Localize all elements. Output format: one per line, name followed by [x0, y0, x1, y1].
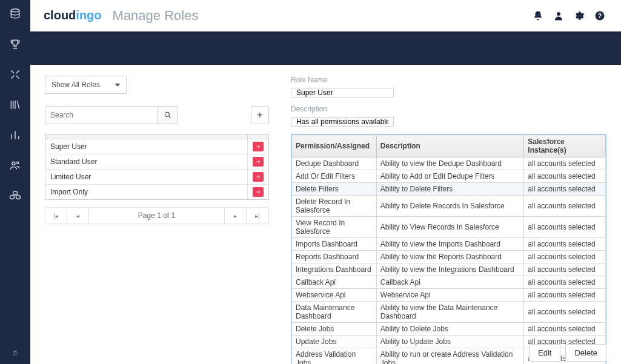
perm-inst-cell: all accounts selected: [524, 289, 606, 302]
edit-button[interactable]: Edit: [529, 344, 560, 362]
left-nav: ©: [0, 0, 30, 364]
perm-name-cell: Update Jobs: [292, 336, 377, 348]
svg-point-6: [165, 112, 169, 116]
perm-name-cell: Delete Jobs: [292, 323, 377, 336]
nav-database-icon[interactable]: [8, 7, 22, 21]
user-icon[interactable]: [551, 8, 566, 24]
permission-row[interactable]: Delete Filters Ability to Delete Filters…: [292, 183, 606, 196]
logo[interactable]: cloudingo: [44, 8, 102, 22]
perm-desc-cell: Ability to view the Data Maintenance Das…: [376, 302, 523, 323]
bell-icon[interactable]: [530, 8, 546, 24]
perm-inst-cell: all accounts selected: [524, 238, 606, 251]
svg-text:?: ?: [598, 12, 602, 19]
nav-library-icon[interactable]: [8, 98, 22, 111]
perm-inst-cell: all accounts selected: [524, 157, 606, 170]
perm-desc-cell: Callback Api: [376, 276, 523, 289]
pager-prev-button[interactable]: ◂: [67, 208, 89, 223]
perm-desc-cell: Ability to Delete Records In Salesforce: [376, 196, 523, 217]
perm-desc-cell: Ability to view the Integrations Dashboa…: [376, 263, 523, 276]
role-name-input[interactable]: [291, 88, 394, 98]
role-goto-button[interactable]: [253, 142, 264, 151]
perm-name-cell: Delete Record In Salesforce: [292, 196, 377, 217]
perm-name-cell: Dedupe Dashboard: [292, 157, 377, 170]
perm-name-cell: Add Or Edit Filters: [292, 170, 377, 183]
perm-inst-cell: all accounts selected: [524, 323, 606, 336]
gear-icon[interactable]: [571, 8, 587, 24]
show-roles-dropdown[interactable]: Show All Roles: [45, 76, 127, 94]
logo-text-ingo: ingo: [76, 8, 101, 22]
svg-point-0: [11, 9, 19, 12]
col-header-description[interactable]: Description: [376, 135, 523, 157]
permission-row[interactable]: Integrations Dashboard Ability to view t…: [292, 263, 606, 276]
copyright: ©: [13, 350, 17, 357]
role-goto-button[interactable]: [253, 172, 264, 182]
perm-desc-cell: Ability to Delete Jobs: [376, 323, 523, 336]
topbar: cloudingo Manage Roles ?: [30, 0, 621, 31]
help-icon[interactable]: ?: [592, 8, 608, 24]
logo-text-cloud: cloud: [44, 8, 76, 22]
nav-tools-icon[interactable]: [8, 68, 22, 81]
perm-desc-cell: Ability to Update Jobs: [376, 336, 523, 348]
perm-desc-cell: Ability to view the Imports Dashboard: [376, 238, 523, 251]
pager-first-button[interactable]: |◂: [45, 208, 67, 223]
perm-desc-cell: Ability to Delete Filters: [376, 183, 523, 196]
nav-users-icon[interactable]: [8, 159, 22, 172]
page-title: Manage Roles: [113, 8, 199, 24]
banner: [30, 31, 621, 65]
permission-row[interactable]: Data Maintenance Dashboard Ability to vi…: [292, 302, 606, 323]
permission-row[interactable]: Imports Dashboard Ability to view the Im…: [292, 238, 606, 251]
permission-row[interactable]: Reports Dashboard Ability to view the Re…: [292, 251, 606, 263]
perm-name-cell: Webservice Api: [292, 289, 377, 302]
search-button[interactable]: [158, 106, 178, 124]
role-name-cell[interactable]: Limited User: [45, 170, 248, 184]
role-row: Standard User: [45, 154, 268, 170]
description-input[interactable]: [291, 117, 394, 127]
pager-last-button[interactable]: ▸|: [247, 208, 268, 223]
pager-label: Page 1 of 1: [89, 208, 225, 223]
pager-next-button[interactable]: ▸: [225, 208, 247, 223]
svg-point-3: [557, 12, 560, 16]
perm-name-cell: View Record In Salesforce: [292, 217, 377, 238]
role-name-label: Role Name: [291, 76, 606, 84]
delete-button[interactable]: Delete: [565, 344, 606, 362]
perm-inst-cell: all accounts selected: [524, 183, 606, 196]
perm-inst-cell: all accounts selected: [524, 263, 606, 276]
perm-inst-cell: all accounts selected: [524, 170, 606, 183]
perm-desc-cell: Ability to view the Dedupe Dashboard: [376, 157, 523, 170]
permission-row[interactable]: View Record In Salesforce Ability to Vie…: [292, 217, 606, 238]
permissions-table: Permission/Assigned Description Salesfor…: [291, 134, 606, 364]
role-name-cell[interactable]: Standard User: [45, 154, 248, 169]
role-goto-button[interactable]: [253, 157, 264, 167]
col-header-permission[interactable]: Permission/Assigned: [292, 135, 377, 157]
permission-row[interactable]: Callback Api Callback Api all accounts s…: [292, 276, 606, 289]
nav-trophy-icon[interactable]: [8, 38, 22, 51]
perm-name-cell: Delete Filters: [292, 183, 377, 196]
permission-row[interactable]: Delete Jobs Ability to Delete Jobs all a…: [292, 323, 606, 336]
permission-row[interactable]: Dedupe Dashboard Ability to view the Ded…: [292, 157, 606, 170]
permission-row[interactable]: Delete Record In Salesforce Ability to D…: [292, 196, 606, 217]
add-role-button[interactable]: +: [251, 106, 269, 124]
perm-name-cell: Callback Api: [292, 276, 377, 289]
role-name-cell[interactable]: Import Only: [45, 185, 248, 199]
role-row: Super User: [45, 139, 268, 154]
svg-point-1: [12, 162, 15, 165]
perm-desc-cell: Ability to Add or Edit Dedupe Filters: [376, 170, 523, 183]
perm-name-cell: Address Validation Jobs: [292, 348, 377, 365]
nav-chart-icon[interactable]: [8, 128, 22, 142]
search-input[interactable]: [45, 106, 158, 124]
description-label: Description: [291, 105, 606, 113]
permission-row[interactable]: Webservice Api Webservice Api all accoun…: [292, 289, 606, 302]
perm-inst-cell: all accounts selected: [524, 276, 606, 289]
svg-point-2: [17, 162, 19, 164]
permission-row[interactable]: Add Or Edit Filters Ability to Add or Ed…: [292, 170, 606, 183]
perm-desc-cell: Ability to View Records In Salesforce: [376, 217, 523, 238]
role-row: Import Only: [45, 185, 268, 199]
nav-boxes-icon[interactable]: [8, 189, 22, 202]
col-header-instances[interactable]: Salesforce Instance(s): [524, 135, 606, 157]
role-name-cell[interactable]: Super User: [45, 139, 248, 154]
perm-desc-cell: Ability to view the Reports Dashboard: [376, 251, 523, 263]
role-goto-button[interactable]: [253, 187, 264, 197]
perm-name-cell: Data Maintenance Dashboard: [292, 302, 377, 323]
perm-inst-cell: all accounts selected: [524, 251, 606, 263]
chevron-down-icon: [115, 84, 120, 87]
